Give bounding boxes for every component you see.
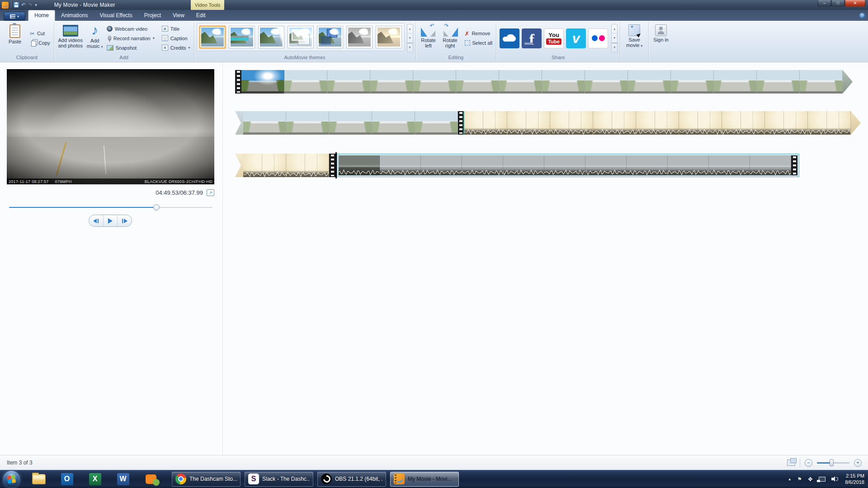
share-scrollbar[interactable]: ▲ ▼ ▼ bbox=[611, 24, 618, 52]
timeline-thumbnail[interactable] bbox=[415, 111, 458, 135]
timeline-thumbnail[interactable] bbox=[243, 111, 286, 135]
select-all-button[interactable]: Select all bbox=[463, 39, 494, 47]
selected-clip[interactable] bbox=[337, 154, 799, 177]
taskbar-button-obs[interactable]: OBS 21.1.2 (64bit, ... bbox=[317, 472, 386, 487]
timeline-thumbnail[interactable] bbox=[243, 154, 286, 177]
timeline-thumbnail[interactable] bbox=[722, 111, 765, 135]
automovie-theme-default[interactable] bbox=[199, 26, 226, 48]
next-frame-button[interactable] bbox=[118, 215, 132, 226]
customize-qat-icon[interactable]: ▾ bbox=[35, 3, 37, 7]
action-center-flag-icon[interactable]: ⚑ bbox=[797, 476, 802, 482]
seek-thumb[interactable] bbox=[153, 204, 160, 211]
timeline-thumbnail[interactable] bbox=[808, 111, 851, 135]
scroll-up-icon[interactable]: ▲ bbox=[612, 24, 617, 33]
save-movie-button[interactable]: Save movie ▾ bbox=[623, 22, 646, 54]
tab-view[interactable]: View bbox=[167, 10, 190, 21]
timeline-thumbnail[interactable] bbox=[585, 155, 627, 175]
timeline-thumbnail[interactable] bbox=[507, 111, 550, 135]
timeline-zoom-slider[interactable] bbox=[817, 459, 849, 466]
cut-button[interactable]: ✂ Cut bbox=[28, 29, 52, 38]
timeline-thumbnail[interactable] bbox=[679, 111, 722, 135]
timeline-thumbnail[interactable] bbox=[542, 70, 585, 94]
vimeo-icon[interactable]: v bbox=[566, 28, 586, 48]
clock[interactable]: 2:15 PM 8/6/2018 bbox=[845, 473, 864, 485]
scroll-down-icon[interactable]: ▼ bbox=[612, 33, 617, 42]
timeline-thumbnail[interactable] bbox=[765, 111, 808, 135]
save-icon[interactable] bbox=[14, 2, 19, 8]
start-button[interactable] bbox=[3, 471, 20, 488]
timeline-thumbnail[interactable] bbox=[464, 111, 507, 135]
timeline-thumbnail[interactable] bbox=[503, 155, 544, 175]
gallery-more-icon[interactable]: ▼ bbox=[407, 43, 413, 52]
snapshot-button[interactable]: Snapshot bbox=[105, 43, 156, 52]
paste-button[interactable]: Paste bbox=[2, 22, 28, 54]
volume-icon[interactable] bbox=[831, 476, 838, 482]
tab-project[interactable]: Project bbox=[138, 10, 167, 21]
credits-button[interactable]: A Credits ▾ bbox=[160, 43, 192, 52]
contextual-tab-video-tools[interactable]: Video Tools bbox=[191, 0, 224, 10]
caption-button[interactable]: Caption bbox=[160, 34, 192, 42]
flickr-icon[interactable] bbox=[588, 28, 608, 48]
timeline-thumbnail[interactable] bbox=[329, 111, 372, 135]
automovie-theme-contemporary[interactable] bbox=[229, 26, 255, 48]
zoom-thumb[interactable] bbox=[830, 459, 834, 466]
timeline-thumbnail[interactable] bbox=[550, 111, 593, 135]
show-hidden-icons[interactable]: ▲ bbox=[788, 477, 792, 481]
timeline-thumbnail[interactable] bbox=[380, 155, 421, 175]
automovie-theme-pan-zoom[interactable] bbox=[317, 26, 343, 48]
seek-bar[interactable] bbox=[9, 204, 212, 211]
remove-button[interactable]: ✗ Remove bbox=[463, 29, 494, 38]
add-music-button[interactable]: ♪ Add music ▾ bbox=[85, 22, 104, 54]
timeline-thumbnail[interactable] bbox=[421, 155, 462, 175]
automovie-theme-fade[interactable] bbox=[288, 26, 314, 48]
timeline-thumbnail[interactable] bbox=[544, 155, 585, 175]
automovie-theme-black-white[interactable] bbox=[346, 26, 373, 48]
timeline-thumbnail[interactable] bbox=[413, 70, 456, 94]
timeline-thumbnail[interactable] bbox=[284, 70, 327, 94]
timeline-thumbnail[interactable] bbox=[241, 70, 284, 94]
minimize-button[interactable]: – bbox=[818, 0, 831, 7]
timeline-thumbnail[interactable] bbox=[714, 70, 757, 94]
onedrive-icon[interactable] bbox=[500, 28, 519, 48]
timeline-thumbnail[interactable] bbox=[339, 155, 380, 175]
close-button[interactable]: ✕ bbox=[845, 0, 865, 7]
zoom-out-button[interactable]: − bbox=[805, 459, 812, 467]
preview-monitor[interactable]: 2017-11-17 08:27:57 079MPH BLACKVUE DR65… bbox=[7, 69, 214, 184]
dropbox-icon[interactable]: ❖ bbox=[808, 476, 813, 483]
youtube-icon[interactable]: You Tube bbox=[544, 28, 564, 48]
sign-in-button[interactable]: Sign in bbox=[651, 22, 671, 54]
file-menu-button[interactable]: ▾ bbox=[4, 12, 25, 21]
gallery-more-icon[interactable]: ▼ bbox=[612, 43, 617, 52]
gallery-scrollbar[interactable]: ▲ ▼ ▼ bbox=[407, 24, 413, 52]
excel-icon[interactable]: X bbox=[88, 472, 102, 486]
help-icon[interactable]: ? bbox=[859, 13, 865, 19]
undo-icon[interactable]: ↶ bbox=[21, 2, 26, 8]
timeline-thumbnail[interactable] bbox=[372, 111, 415, 135]
rotate-right-button[interactable]: ↷ Rotate right bbox=[440, 22, 461, 54]
timeline-thumbnail[interactable] bbox=[668, 155, 709, 175]
network-icon[interactable] bbox=[819, 477, 826, 482]
timeline-thumbnail[interactable] bbox=[286, 111, 329, 135]
timeline-thumbnail[interactable] bbox=[636, 111, 679, 135]
timeline-thumbnail[interactable] bbox=[462, 155, 503, 175]
tab-visual-effects[interactable]: Visual Effects bbox=[94, 10, 138, 21]
timeline-thumbnail[interactable] bbox=[370, 70, 413, 94]
scroll-down-icon[interactable]: ▼ bbox=[407, 33, 413, 42]
taskbar-button-chrome[interactable]: The Dashcam Sto... bbox=[172, 472, 241, 487]
maximize-button[interactable]: □ bbox=[831, 0, 844, 7]
webcam-video-button[interactable]: Webcam video bbox=[105, 24, 156, 33]
timeline-thumbnail[interactable] bbox=[709, 155, 750, 175]
add-videos-button[interactable]: Add videos and photos bbox=[57, 22, 85, 54]
movie-maker-app-icon[interactable] bbox=[2, 2, 9, 9]
title-button[interactable]: A Title bbox=[160, 24, 192, 33]
copy-button[interactable]: Copy bbox=[28, 39, 52, 47]
app-icon-misc[interactable] bbox=[144, 472, 158, 486]
timeline-thumbnail[interactable] bbox=[800, 70, 843, 94]
automovie-theme-sepia[interactable] bbox=[376, 26, 402, 48]
timeline-thumbnail[interactable] bbox=[628, 70, 671, 94]
timeline-row-2[interactable] bbox=[235, 111, 861, 135]
word-icon[interactable]: W bbox=[116, 472, 130, 486]
taskbar-button-moviemaker[interactable]: My Movie - Movi... bbox=[390, 472, 459, 487]
timeline-thumbnail[interactable] bbox=[757, 70, 800, 94]
timeline-thumbnail[interactable] bbox=[593, 111, 636, 135]
